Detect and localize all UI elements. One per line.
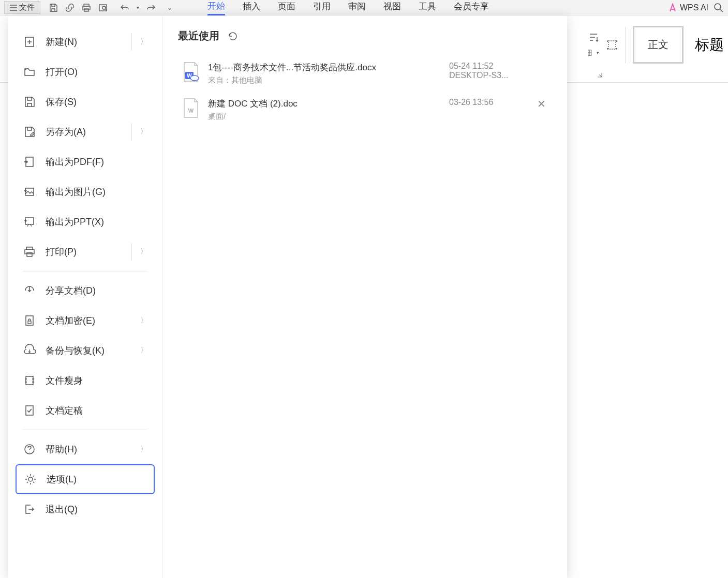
menu-finalize[interactable]: 文档定稿 xyxy=(16,396,155,425)
menu-slim-label: 文件瘦身 xyxy=(46,374,83,387)
wps-ai-icon xyxy=(668,3,677,12)
wps-ai-label: WPS AI xyxy=(680,3,708,12)
tab-member[interactable]: 会员专享 xyxy=(454,1,489,14)
menu-help-label: 帮助(H) xyxy=(46,443,77,455)
print-icon[interactable] xyxy=(82,3,91,12)
open-icon xyxy=(23,65,36,79)
menu-export-ppt[interactable]: 输出为PPT(X) xyxy=(16,207,155,237)
file-device: DESKTOP-S3... xyxy=(449,71,527,80)
menu-open-label: 打开(O) xyxy=(46,66,78,78)
style-body-text[interactable]: 正文 xyxy=(633,26,684,64)
svg-point-20 xyxy=(28,477,33,481)
menu-divider xyxy=(23,271,147,271)
svg-rect-13 xyxy=(25,250,34,254)
undo-dropdown-icon[interactable]: ▾ xyxy=(137,5,139,10)
file-time: 03-26 13:56 xyxy=(449,98,527,107)
more-dropdown-icon[interactable]: ⌄ xyxy=(167,4,172,11)
search-icon[interactable] xyxy=(714,3,724,13)
menu-slim[interactable]: 文件瘦身 xyxy=(16,366,155,396)
save-icon[interactable] xyxy=(49,3,58,12)
encrypt-icon xyxy=(23,314,36,327)
menu-help[interactable]: 帮助(H) 〉 xyxy=(16,434,155,464)
link-icon[interactable] xyxy=(65,3,75,12)
sort-icon[interactable] xyxy=(588,32,599,43)
chevron-right-icon: 〉 xyxy=(140,316,147,325)
refresh-icon[interactable] xyxy=(228,31,238,41)
file-menu-panel: 新建(N) 〉 打开(O) 保存(S) 另存为(A) 〉 输出为PDF(F) 输… xyxy=(8,16,567,578)
svg-rect-14 xyxy=(27,253,32,256)
menu-share[interactable]: 分享文档(D) xyxy=(16,276,155,306)
menu-export-pdf[interactable]: 输出为PDF(F) xyxy=(16,147,155,177)
top-right-tools: WPS AI xyxy=(668,3,724,13)
svg-rect-1 xyxy=(83,6,90,10)
menu-save[interactable]: 保存(S) xyxy=(16,87,155,117)
tab-insert[interactable]: 插入 xyxy=(243,1,260,14)
quick-access-toolbar: ▾ ⌄ xyxy=(49,3,172,12)
menu-encrypt[interactable]: 文档加密(E) 〉 xyxy=(16,306,155,336)
menu-new-label: 新建(N) xyxy=(46,36,77,48)
svg-rect-7 xyxy=(608,41,616,49)
redo-icon[interactable] xyxy=(146,3,156,12)
menu-options[interactable]: 选项(L) xyxy=(16,464,155,494)
file-source: 来自：其他电脑 xyxy=(208,75,441,85)
close-icon[interactable]: ✕ xyxy=(535,98,547,110)
tab-view[interactable]: 视图 xyxy=(383,1,401,14)
menu-save-as[interactable]: 另存为(A) 〉 xyxy=(16,117,155,147)
tab-start[interactable]: 开始 xyxy=(207,0,225,16)
print-menu-icon xyxy=(23,245,36,258)
file-menu-label: 文件 xyxy=(19,3,35,12)
tab-page[interactable]: 页面 xyxy=(278,1,295,14)
undo-icon[interactable] xyxy=(120,3,129,12)
svg-text:W: W xyxy=(188,108,194,114)
menu-open[interactable]: 打开(O) xyxy=(16,57,155,87)
menu-new[interactable]: 新建(N) 〉 xyxy=(16,27,155,57)
save-as-icon xyxy=(23,125,36,139)
style-heading[interactable]: 标题 xyxy=(691,30,728,60)
tab-tools[interactable]: 工具 xyxy=(419,1,436,14)
file-meta: 05-24 11:52 DESKTOP-S3... xyxy=(449,62,527,80)
grid-icon[interactable]: ▾ xyxy=(588,47,599,58)
menu-backup-label: 备份与恢复(K) xyxy=(46,344,105,357)
menu-exit-label: 退出(Q) xyxy=(46,503,78,515)
menu-export-ppt-label: 输出为PPT(X) xyxy=(46,216,104,228)
style-heading-label: 标题 xyxy=(695,37,724,53)
doc-icon: W xyxy=(182,98,200,118)
file-meta: 03-26 13:56 xyxy=(449,98,527,107)
select-icon[interactable] xyxy=(606,39,618,51)
file-menu-sidebar: 新建(N) 〉 打开(O) 保存(S) 另存为(A) 〉 输出为PDF(F) 输… xyxy=(8,16,162,578)
export-image-icon xyxy=(23,185,36,199)
tab-reference[interactable]: 引用 xyxy=(313,1,331,14)
ribbon-tabs: 开始 插入 页面 引用 审阅 视图 工具 会员专享 xyxy=(207,0,489,16)
menu-export-image-label: 输出为图片(G) xyxy=(46,186,106,198)
export-ppt-icon xyxy=(23,215,36,229)
ribbon-styles-group: ▾ 正文 标题 xyxy=(588,26,728,64)
style-body-label: 正文 xyxy=(648,39,668,50)
recent-file-item[interactable]: W 1包----商务技术文件...节活动奖品供应.docx 来自：其他电脑 05… xyxy=(178,55,552,92)
menu-export-image[interactable]: 输出为图片(G) xyxy=(16,177,155,207)
menu-share-label: 分享文档(D) xyxy=(46,284,96,297)
docx-cloud-icon: W xyxy=(182,62,200,82)
expand-corner-icon[interactable] xyxy=(597,72,604,79)
chevron-right-icon: 〉 xyxy=(140,127,147,136)
save-menu-icon xyxy=(23,95,36,109)
menu-backup[interactable]: 备份与恢复(K) 〉 xyxy=(16,336,155,366)
recent-file-item[interactable]: W 新建 DOC 文档 (2).doc 桌面/ 03-26 13:56 ✕ xyxy=(178,92,552,128)
hamburger-icon xyxy=(10,5,17,11)
file-menu-button[interactable]: 文件 xyxy=(4,1,40,14)
file-info: 1包----商务技术文件...节活动奖品供应.docx 来自：其他电脑 xyxy=(208,62,441,85)
recent-header: 最近使用 xyxy=(178,29,552,43)
tab-review[interactable]: 审阅 xyxy=(348,1,366,14)
svg-rect-18 xyxy=(26,406,33,415)
menu-exit[interactable]: 退出(Q) xyxy=(16,494,155,524)
wps-ai-button[interactable]: WPS AI xyxy=(668,3,708,12)
svg-point-5 xyxy=(715,4,721,10)
file-info: 新建 DOC 文档 (2).doc 桌面/ xyxy=(208,98,441,121)
file-source: 桌面/ xyxy=(208,112,441,121)
menu-print[interactable]: 打印(P) 〉 xyxy=(16,237,155,267)
export-pdf-icon xyxy=(23,155,36,169)
file-name: 新建 DOC 文档 (2).doc xyxy=(208,98,441,110)
preview-icon[interactable] xyxy=(98,3,108,12)
options-icon xyxy=(24,473,37,486)
top-bar: 文件 ▾ ⌄ 开始 插入 页面 引用 审阅 视图 工具 会员专享 WPS AI xyxy=(0,0,728,16)
menu-save-label: 保存(S) xyxy=(46,96,77,108)
